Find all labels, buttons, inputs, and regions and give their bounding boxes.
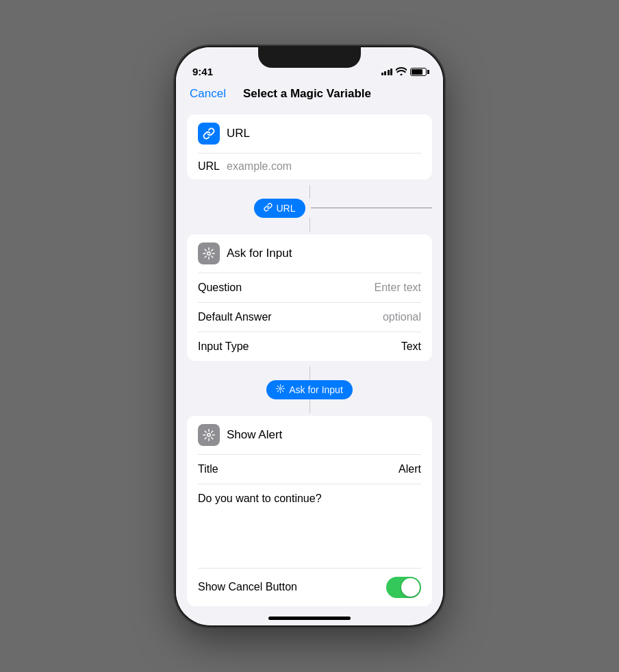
question-value: Enter text [375,282,421,294]
url-magic-bubble[interactable]: URL [254,199,305,218]
url-card-title: URL [227,127,250,140]
svg-point-2 [207,433,211,436]
nav-bar: Cancel Select a Magic Variable [176,82,443,109]
show-cancel-toggle[interactable] [386,577,421,598]
show-alert-card: Show Alert Title Alert Do you want to co… [187,416,432,606]
alert-body-spacer [198,505,421,560]
ask-connector-bottom [310,399,310,413]
show-alert-card-header: Show Alert [187,416,432,454]
ask-input-card-title: Ask for Input [227,247,292,260]
status-bar: 9:41 [176,47,443,82]
scroll-area[interactable]: URL URL example.com [176,109,443,614]
ask-bubble-icon [276,384,285,395]
show-cancel-label: Show Cancel Button [198,581,297,593]
alert-title-label: Title [198,463,218,475]
show-alert-card-icon [198,424,220,446]
ask-for-input-card: Ask for Input Question Enter text Defaul… [187,234,432,361]
phone-frame: 9:41 Cancel Select a Magic Variabl [176,47,443,625]
ask-input-magic-bubble[interactable]: Ask for Input [266,380,353,399]
ask-input-card-header: Ask for Input [187,234,432,273]
ask-input-magic-bubble-container: Ask for Input [187,366,432,413]
alert-title-value: Alert [399,463,421,475]
url-magic-bubble-container: URL [187,185,432,232]
home-indicator [268,617,351,620]
url-field-label: URL [198,160,220,173]
alert-body-text: Do you want to continue? [198,493,421,505]
wifi-icon [396,67,407,77]
url-field-placeholder: example.com [227,160,292,173]
input-type-label: Input Type [198,340,249,353]
default-answer-label: Default Answer [198,311,272,323]
question-row: Question Enter text [187,273,432,302]
url-bubble-label: URL [277,203,296,214]
url-bubble-row: URL [187,199,432,218]
url-connector-bottom [310,218,310,232]
ask-input-card-icon [198,242,220,264]
input-type-row: Input Type Text [187,332,432,361]
alert-title-row: Title Alert [187,455,432,484]
pointer-line [311,208,378,208]
url-input-row: URL example.com [187,153,432,179]
svg-point-0 [207,251,211,255]
toggle-knob [401,578,420,597]
url-card-icon [198,123,220,145]
status-icons [381,67,427,77]
url-card-header: URL [187,114,432,153]
signal-bars-icon [381,69,393,75]
status-time: 9:41 [192,66,213,77]
alert-body-row: Do you want to continue? [187,484,432,568]
url-card: URL URL example.com [187,114,432,179]
svg-point-1 [279,387,281,389]
page-title: Select a Magic Variable [243,87,371,101]
ask-connector-top [310,366,310,380]
input-type-value: Text [401,340,421,353]
url-connector-top [310,185,310,199]
ask-bubble-label: Ask for Input [289,384,343,395]
cancel-button[interactable]: Cancel [190,87,226,101]
url-bubble-icon [264,203,273,214]
battery-icon [410,68,427,76]
show-alert-card-title: Show Alert [227,428,282,442]
default-answer-value: optional [383,311,421,323]
show-cancel-row: Show Cancel Button [187,569,432,606]
question-label: Question [198,282,242,294]
default-answer-row: Default Answer optional [187,303,432,332]
